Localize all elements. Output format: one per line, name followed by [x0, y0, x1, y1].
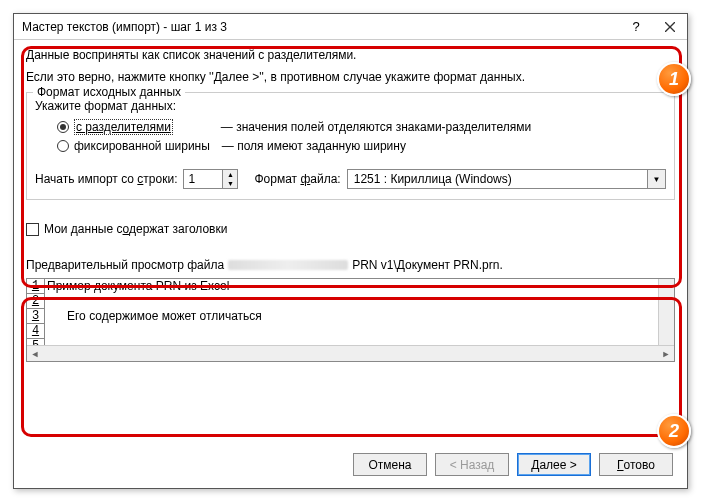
file-format-value: 1251 : Кириллица (Windows) — [348, 172, 647, 186]
info-line-1: Данные восприняты как список значений с … — [26, 48, 675, 62]
start-row-input[interactable] — [184, 170, 222, 188]
radio-icon — [57, 140, 69, 152]
radio-delimited-desc: — значения полей отделяются знаками-разд… — [221, 120, 531, 134]
headers-checkbox[interactable]: Мои данные содержат заголовки — [26, 222, 675, 236]
preview-line-numbers: 12345 — [27, 279, 45, 345]
help-button[interactable]: ? — [619, 14, 653, 40]
radio-icon — [57, 121, 69, 133]
annotation-badge-1: 1 — [657, 62, 691, 96]
start-row-label: Начать импорт со строки: — [35, 172, 177, 186]
radio-fixed-label: фиксированной ширины — [74, 139, 210, 153]
radio-fixed-width[interactable]: фиксированной ширины — поля имеют заданн… — [57, 136, 666, 155]
headers-label: Мои данные содержат заголовки — [44, 222, 227, 236]
spin-up[interactable]: ▲ — [223, 170, 237, 179]
preview-box: 12345 Пример документа PRN из Excel Его … — [26, 278, 675, 362]
file-format-label: Формат файла: — [254, 172, 340, 186]
radio-fixed-desc: — поля имеют заданную ширину — [222, 139, 406, 153]
start-row-spinner[interactable]: ▲▼ — [183, 169, 238, 189]
titlebar: Мастер текстов (импорт) - шаг 1 из 3 ? — [14, 14, 687, 40]
annotation-badge-2: 2 — [657, 414, 691, 448]
close-button[interactable] — [653, 14, 687, 40]
finish-button[interactable]: Готово — [599, 453, 673, 476]
window-title: Мастер текстов (импорт) - шаг 1 из 3 — [22, 20, 619, 34]
chevron-down-icon: ▼ — [647, 170, 665, 188]
preview-label: Предварительный просмотр файла PRN v1\До… — [26, 258, 675, 272]
horizontal-scrollbar[interactable]: ◄► — [27, 345, 674, 361]
vertical-scrollbar[interactable] — [658, 279, 674, 345]
radio-delimited-label: с разделителями — [76, 120, 171, 134]
preview-text: Пример документа PRN из Excel Его содерж… — [45, 279, 262, 345]
back-button: < Назад — [435, 453, 509, 476]
checkbox-icon — [26, 223, 39, 236]
format-prompt: Укажите формат данных: — [35, 99, 666, 113]
close-icon — [665, 22, 675, 32]
radio-delimited[interactable]: с разделителями — значения полей отделяю… — [57, 117, 666, 136]
cancel-button[interactable]: Отмена — [353, 453, 427, 476]
blurred-path — [228, 260, 348, 270]
file-format-combo[interactable]: 1251 : Кириллица (Windows) ▼ — [347, 169, 666, 189]
next-button[interactable]: Далее > — [517, 453, 591, 476]
group-title: Формат исходных данных — [33, 85, 185, 99]
source-format-group: Формат исходных данных Укажите формат да… — [26, 92, 675, 200]
info-line-2: Если это верно, нажмите кнопку ''Далее >… — [26, 70, 675, 84]
spin-down[interactable]: ▼ — [223, 179, 237, 188]
